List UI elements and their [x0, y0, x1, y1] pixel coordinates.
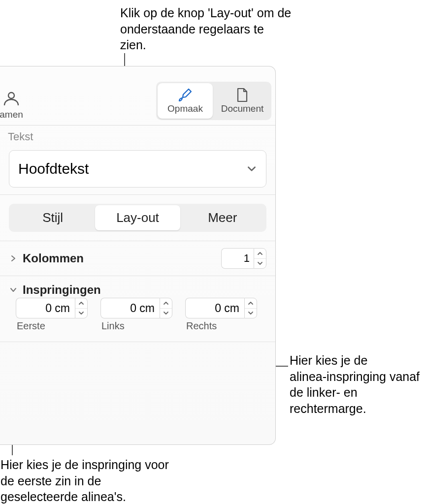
stepper-up-icon[interactable] [75, 298, 87, 309]
indent-right-caption: Rechts [185, 320, 257, 332]
collaborate-label: amen [0, 109, 23, 120]
paintbrush-icon [178, 88, 193, 102]
indent-first-value[interactable]: 0 cm [16, 298, 75, 318]
tab-layout[interactable]: Lay-out [95, 205, 180, 230]
divider [0, 342, 275, 342]
columns-stepper[interactable]: 1 [221, 248, 266, 269]
stepper-up-icon[interactable] [254, 249, 266, 259]
indents-header-row: Inspringingen [0, 276, 275, 298]
indent-right-arrows[interactable] [244, 298, 257, 318]
indents-controls: 0 cm Eerste 0 cm Links 0 cm [0, 298, 275, 335]
columns-stepper-arrows[interactable] [254, 248, 266, 269]
columns-row: Kolommen 1 [0, 241, 275, 276]
indent-first-stepper[interactable]: 0 cm [16, 298, 88, 318]
indent-left-stepper[interactable]: 0 cm [100, 298, 172, 318]
stepper-down-icon[interactable] [160, 309, 172, 318]
document-label: Document [221, 103, 264, 114]
indent-left-arrows[interactable] [160, 298, 172, 318]
collaborate-tool[interactable]: amen [0, 91, 29, 120]
format-tab[interactable]: Opmaak [158, 83, 213, 119]
indent-first-caption: Eerste [16, 320, 88, 332]
inspector-panel: amen Opmaak Document Tekst Hoofdtekst [0, 66, 276, 445]
indent-left-caption: Links [100, 320, 172, 332]
format-label: Opmaak [167, 103, 203, 114]
indent-right-value[interactable]: 0 cm [185, 298, 244, 318]
indents-label: Inspringingen [23, 283, 266, 297]
stepper-down-icon[interactable] [254, 259, 266, 269]
callout-right: Hier kies je de alinea-inspringing vanaf… [290, 352, 423, 416]
stepper-up-icon[interactable] [245, 298, 257, 309]
columns-label: Kolommen [23, 252, 216, 265]
indent-first-arrows[interactable] [75, 298, 88, 318]
document-icon [236, 88, 249, 102]
stepper-down-icon[interactable] [75, 309, 87, 318]
stepper-down-icon[interactable] [245, 309, 257, 318]
collaborate-icon [1, 91, 21, 107]
columns-value[interactable]: 1 [221, 248, 254, 269]
svg-point-0 [8, 93, 14, 98]
text-inspector-tabs: Stijl Lay-out Meer [9, 204, 266, 232]
tab-more[interactable]: Meer [180, 205, 265, 230]
callout-bottom: Hier kies je de inspringing voor de eers… [0, 457, 178, 504]
section-heading: Tekst [0, 126, 275, 146]
toolbar: amen Opmaak Document [0, 66, 275, 126]
stepper-up-icon[interactable] [160, 298, 172, 309]
indent-first-col: 0 cm Eerste [16, 298, 88, 332]
tab-style[interactable]: Stijl [10, 205, 95, 230]
paragraph-style-value: Hoofdtekst [18, 160, 89, 177]
inspector-mode-group: Opmaak Document [156, 82, 271, 120]
paragraph-style-popup[interactable]: Hoofdtekst [9, 150, 266, 188]
disclosure-right-icon[interactable] [9, 254, 18, 263]
document-tab[interactable]: Document [215, 83, 270, 119]
indent-right-col: 0 cm Rechts [185, 298, 257, 332]
callout-top: Klik op de knop 'Lay-out' om de ondersta… [120, 5, 293, 53]
indent-left-col: 0 cm Links [100, 298, 172, 332]
chevron-down-icon [246, 163, 257, 174]
indent-right-stepper[interactable]: 0 cm [185, 298, 257, 318]
disclosure-down-icon[interactable] [9, 285, 18, 294]
indent-left-value[interactable]: 0 cm [100, 298, 160, 318]
